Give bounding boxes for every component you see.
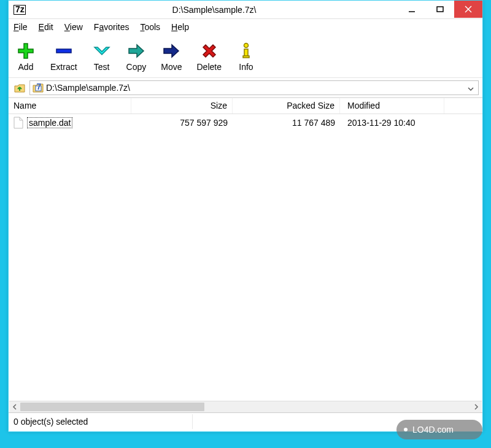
toolbar: Add Extract Test Copy Move <box>9 35 482 78</box>
scroll-left-button[interactable] <box>9 402 20 412</box>
window-title: D:\Sample\sample.7z\ <box>31 5 398 15</box>
file-modified: 2013-11-29 10:40 <box>340 117 444 129</box>
arrow-right-teal-icon <box>126 41 146 61</box>
app-7z-icon: 7z <box>14 4 26 15</box>
app-window: 7z D:\Sample\sample.7z\ File Edit View F… <box>8 0 483 432</box>
svg-rect-9 <box>243 56 249 58</box>
scroll-track[interactable] <box>20 402 471 412</box>
menu-help[interactable]: Help <box>171 22 189 32</box>
titlebar[interactable]: 7z D:\Sample\sample.7z\ <box>9 1 482 19</box>
col-name[interactable]: Name <box>9 98 131 114</box>
menu-edit[interactable]: Edit <box>39 22 53 32</box>
watermark: LO4D.com <box>396 420 482 439</box>
test-button[interactable]: Test <box>92 41 112 72</box>
col-size[interactable]: Size <box>131 98 233 114</box>
address-text: D:\Sample\sample.7z\ <box>46 83 466 93</box>
table-row[interactable]: sample.dat 757 597 929 11 767 489 2013-1… <box>9 114 482 131</box>
file-name: sample.dat <box>27 117 72 128</box>
minus-icon <box>54 41 74 61</box>
file-packed: 11 767 489 <box>233 117 340 129</box>
address-bar: 7 D:\Sample\sample.7z\ <box>9 78 482 98</box>
minimize-button[interactable] <box>398 1 426 18</box>
x-icon <box>199 41 219 61</box>
menu-view[interactable]: View <box>64 22 83 32</box>
up-button[interactable] <box>12 80 27 95</box>
file-size: 757 597 929 <box>131 117 233 129</box>
arrow-right-navy-icon <box>161 41 181 61</box>
archive-folder-icon: 7 <box>33 82 44 93</box>
column-headers: Name Size Packed Size Modified <box>9 98 482 114</box>
svg-rect-6 <box>56 49 71 53</box>
add-label: Add <box>18 62 34 72</box>
menubar: File Edit View Favorites Tools Help <box>9 19 482 35</box>
col-modified[interactable]: Modified <box>340 98 444 114</box>
delete-label: Delete <box>197 62 222 72</box>
menu-tools[interactable]: Tools <box>140 22 160 32</box>
close-button[interactable] <box>454 1 482 18</box>
copy-label: Copy <box>126 62 147 72</box>
file-icon <box>14 117 25 129</box>
check-icon <box>92 41 112 61</box>
maximize-button[interactable] <box>426 1 454 18</box>
info-label: Info <box>239 62 253 72</box>
menu-favorites[interactable]: Favorites <box>94 22 130 32</box>
extract-label: Extract <box>50 62 77 72</box>
window-controls <box>398 1 482 18</box>
add-button[interactable]: Add <box>16 41 36 72</box>
svg-text:7: 7 <box>37 82 42 91</box>
col-packed[interactable]: Packed Size <box>233 98 340 114</box>
move-label: Move <box>161 62 182 72</box>
info-icon <box>236 41 256 61</box>
move-button[interactable]: Move <box>161 41 182 72</box>
info-button[interactable]: Info <box>236 41 256 72</box>
plus-icon <box>16 41 36 61</box>
file-list: Name Size Packed Size Modified sample.da… <box>9 98 482 412</box>
svg-text:7z: 7z <box>15 5 25 14</box>
horizontal-scrollbar[interactable] <box>9 401 482 412</box>
watermark-dot-icon <box>404 428 408 431</box>
address-dropdown[interactable] <box>466 83 476 93</box>
scroll-right-button[interactable] <box>471 402 482 412</box>
test-label: Test <box>94 62 110 72</box>
menu-file[interactable]: File <box>14 22 28 32</box>
extract-button[interactable]: Extract <box>50 41 77 72</box>
scroll-thumb[interactable] <box>20 403 204 411</box>
svg-rect-3 <box>437 7 443 12</box>
address-box[interactable]: 7 D:\Sample\sample.7z\ <box>29 80 479 95</box>
copy-button[interactable]: Copy <box>126 41 147 72</box>
watermark-text: LO4D.com <box>412 425 454 434</box>
delete-button[interactable]: Delete <box>197 41 222 72</box>
svg-point-7 <box>244 43 248 47</box>
status-text: 0 object(s) selected <box>9 414 193 429</box>
